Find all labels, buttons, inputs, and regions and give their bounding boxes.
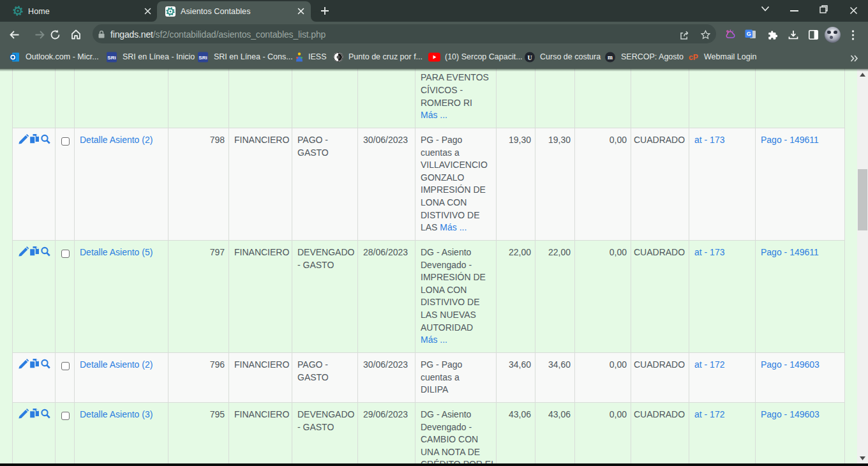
svg-text:SRi: SRi bbox=[198, 55, 207, 61]
svg-text:m: m bbox=[608, 54, 613, 61]
svg-text:G: G bbox=[747, 31, 751, 37]
svg-text:U: U bbox=[527, 54, 532, 61]
svg-text:cP: cP bbox=[689, 53, 698, 62]
svg-text:SRi: SRi bbox=[107, 55, 116, 61]
